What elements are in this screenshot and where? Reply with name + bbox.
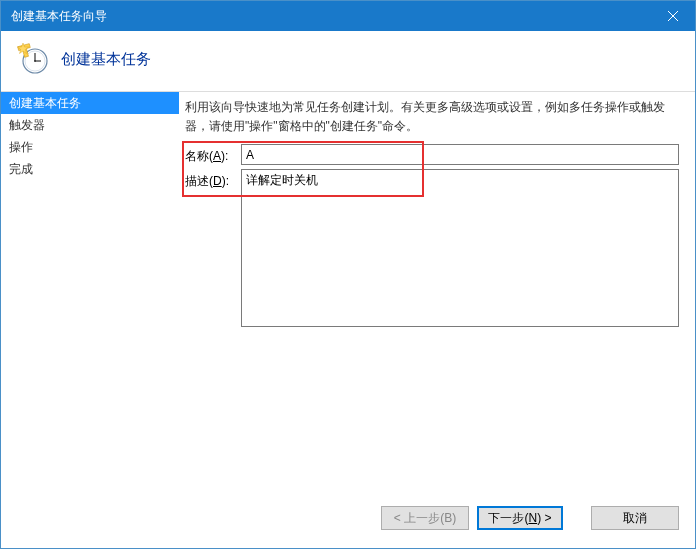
name-label: 名称(A): [185, 144, 241, 165]
titlebar: 创建基本任务向导 [1, 1, 695, 31]
close-button[interactable] [650, 1, 695, 31]
wizard-page-title: 创建基本任务 [61, 50, 151, 69]
clock-new-icon [17, 43, 49, 75]
window-title: 创建基本任务向导 [11, 8, 650, 25]
name-row: 名称(A): [185, 144, 679, 165]
desc-label: 描述(D): [185, 169, 241, 330]
next-button[interactable]: 下一步(N) > [477, 506, 563, 530]
svg-point-4 [34, 60, 36, 62]
back-button: < 上一步(B) [381, 506, 469, 530]
intro-text: 利用该向导快速地为常见任务创建计划。有关更多高级选项或设置，例如多任务操作或触发… [185, 98, 679, 136]
wizard-body: 创建基本任务 触发器 操作 完成 利用该向导快速地为常见任务创建计划。有关更多高… [1, 92, 695, 488]
sidebar-item-create-basic-task[interactable]: 创建基本任务 [1, 92, 179, 114]
desc-row: 描述(D): [185, 169, 679, 330]
sidebar-item-trigger[interactable]: 触发器 [1, 114, 179, 136]
wizard-main: 利用该向导快速地为常见任务创建计划。有关更多高级选项或设置，例如多任务操作或触发… [179, 92, 695, 488]
wizard-footer: < 上一步(B) 下一步(N) > 取消 [1, 488, 695, 548]
wizard-header: 创建基本任务 [1, 31, 695, 92]
sidebar-item-finish[interactable]: 完成 [1, 158, 179, 180]
sidebar-item-action[interactable]: 操作 [1, 136, 179, 158]
wizard-sidebar: 创建基本任务 触发器 操作 完成 [1, 92, 179, 488]
wizard-window: 创建基本任务向导 创建基本任务 创建基本任务 触发器 [0, 0, 696, 549]
close-icon [668, 11, 678, 21]
cancel-button[interactable]: 取消 [591, 506, 679, 530]
name-input[interactable] [241, 144, 679, 165]
desc-input[interactable] [241, 169, 679, 327]
form-area: 名称(A): 描述(D): [185, 144, 679, 334]
